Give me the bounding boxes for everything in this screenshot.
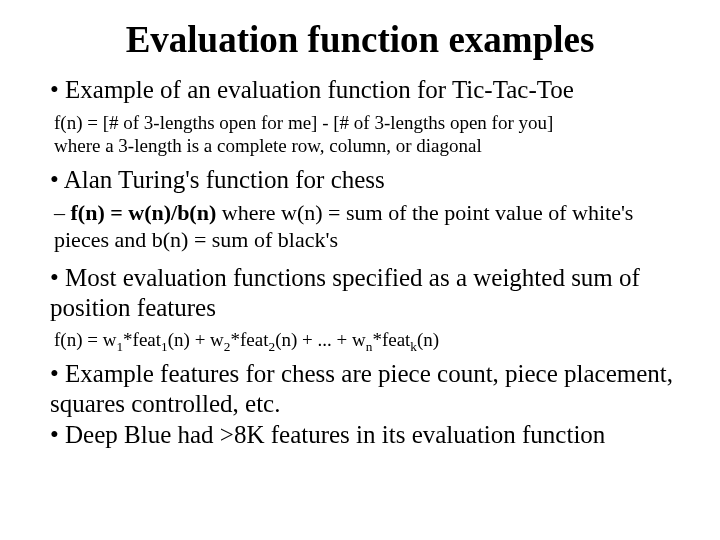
bullet-list-2: Alan Turing's function for chess: [30, 165, 690, 195]
bullet-2-detail: f(n) = w(n)/b(n) where w(n) = sum of the…: [54, 200, 690, 253]
bullet-1: Example of an evaluation function for Ti…: [50, 75, 690, 105]
fn2: (n) + ... +: [275, 329, 352, 350]
bullet-3-detail: f(n) = w1*feat1(n) + w2*feat2(n) + ... +…: [54, 328, 690, 351]
bullet-list: Example of an evaluation function for Ti…: [30, 75, 690, 105]
bullet-2: Alan Turing's function for chess: [50, 165, 690, 195]
ff2: *feat: [231, 329, 269, 350]
fw2: w: [210, 329, 224, 350]
bullet-list-3: Most evaluation functions specified as a…: [30, 263, 690, 322]
slide-container: Evaluation function examples Example of …: [0, 0, 720, 540]
tictactoe-formula: f(n) = [# of 3-lengths open for me] - [#…: [54, 111, 690, 134]
ff1: *feat: [123, 329, 161, 350]
turing-formula: f(n) = w(n)/b(n): [71, 200, 217, 225]
fwn: w: [352, 329, 366, 350]
weighted-formula: f(n) = w1*feat1(n) + w2*feat2(n) + ... +…: [54, 329, 439, 350]
ffn: *feat: [372, 329, 410, 350]
bullet-4: Example features for chess are piece cou…: [50, 359, 690, 418]
bullet-5: Deep Blue had >8K features in its evalua…: [50, 420, 690, 450]
ffs1: 1: [161, 339, 168, 354]
tictactoe-explain: where a 3-length is a complete row, colu…: [54, 134, 690, 157]
bullet-1-detail: f(n) = [# of 3-lengths open for me] - [#…: [54, 111, 690, 157]
slide-title: Evaluation function examples: [30, 18, 690, 61]
bullet-list-4: Example features for chess are piece cou…: [30, 359, 690, 450]
fnn: (n): [417, 329, 439, 350]
fn1: (n) +: [168, 329, 210, 350]
fw1: w: [103, 329, 117, 350]
fs2: 2: [224, 339, 231, 354]
turing-line: f(n) = w(n)/b(n) where w(n) = sum of the…: [54, 200, 633, 251]
fprefix: f(n) =: [54, 329, 103, 350]
bullet-3: Most evaluation functions specified as a…: [50, 263, 690, 322]
